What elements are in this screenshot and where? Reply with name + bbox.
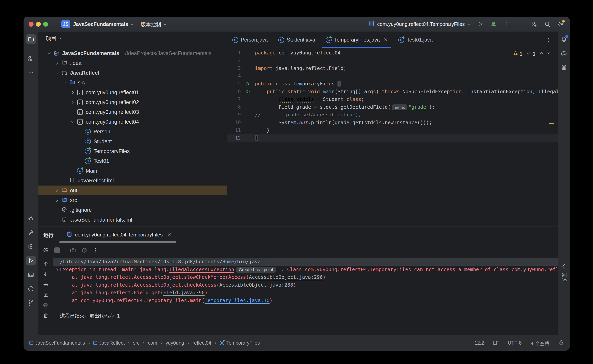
camera-icon[interactable] xyxy=(69,247,76,254)
editor-tab-test01-java[interactable]: CTest01.java xyxy=(393,32,438,48)
services-icon[interactable] xyxy=(26,241,36,251)
minimize-button[interactable] xyxy=(36,22,41,27)
tree-item--gitignore[interactable]: .gitignore xyxy=(38,205,227,215)
terminal-icon[interactable] xyxy=(26,270,36,280)
breadcrumb-item-reflect04[interactable]: reflect04 xyxy=(192,340,211,346)
zoom-button[interactable] xyxy=(43,22,48,27)
code-line-11[interactable]: 11 } xyxy=(227,126,558,134)
code-line-9[interactable]: 9// grade.setAccessible(true); xyxy=(227,111,558,119)
tree-item-test01[interactable]: CTest01 xyxy=(38,156,227,166)
create-breakpoint-chip[interactable]: Create breakpoint xyxy=(236,267,276,273)
editor-tab-student-java[interactable]: CStudent.java xyxy=(273,32,320,48)
chevron-expanded-icon[interactable] xyxy=(69,120,76,124)
tree-item-com-yuy0ung-reflect04[interactable]: com.yuy0ung.reflect04 xyxy=(38,117,227,127)
clear-trash-icon[interactable] xyxy=(42,312,49,319)
chevron-collapsed-icon[interactable] xyxy=(53,188,60,193)
down-arrow-icon[interactable] xyxy=(42,271,49,278)
search-icon[interactable] xyxy=(543,20,552,29)
stack-trace-link[interactable]: TemporaryFiles.java:10 xyxy=(205,298,270,303)
settings-gear-icon[interactable] xyxy=(556,20,565,29)
code-line-8[interactable]: 8 Field grade = stdcls.getDeclaredField(… xyxy=(227,103,558,111)
fold-arrow-icon[interactable] xyxy=(55,266,60,274)
status-indent-style[interactable]: 4 个空格 xyxy=(531,339,549,347)
tree-item-temporaryfiles[interactable]: CTemporaryFiles xyxy=(38,146,227,156)
tree-item-main[interactable]: CMain xyxy=(38,166,227,176)
chevron-collapsed-icon[interactable] xyxy=(53,198,60,202)
code-line-12[interactable]: 12} xyxy=(227,134,558,142)
code-line-4[interactable]: 4 xyxy=(227,72,558,80)
printer-icon[interactable] xyxy=(42,302,49,309)
editor-tab-person-java[interactable]: CPerson.java xyxy=(227,32,273,48)
folder-icon[interactable] xyxy=(26,34,36,44)
code-line-7[interactable]: 7 Class stdcls = Student.class; xyxy=(227,95,558,103)
code-editor[interactable]: 1 1 1package com.yuy0ung.reflect04;23imp… xyxy=(227,48,558,226)
run-line-icon[interactable] xyxy=(241,81,255,86)
tree-item-javasecfundamentals[interactable]: JavaSecFundamentals~/IdeaProjects/JavaSe… xyxy=(38,48,227,58)
run-icon[interactable] xyxy=(26,256,36,266)
code-line-2[interactable]: 2 xyxy=(227,57,558,65)
status-caret-position[interactable]: 12:2 xyxy=(474,340,484,346)
database-icon[interactable] xyxy=(559,63,569,72)
tree-item-com-yuy0ung-reflect02[interactable]: com.yuy0ung.reflect02 xyxy=(38,97,227,107)
chevron-expanded-icon[interactable] xyxy=(53,71,60,75)
tool-window-stripe-label[interactable]: 翻译 xyxy=(560,273,567,284)
git-branch-icon[interactable] xyxy=(26,298,36,308)
tree-item-javasecfundamentals-iml[interactable]: JavaSecFundamentals.iml xyxy=(38,215,227,225)
breadcrumb-item-javasecfundamentals[interactable]: JavaSecFundamentals xyxy=(29,340,85,346)
up-arrow-icon[interactable] xyxy=(42,260,49,267)
chevron-collapsed-icon[interactable] xyxy=(69,90,76,95)
profiler-gauge-icon[interactable] xyxy=(81,247,88,254)
unlocked-icon[interactable] xyxy=(559,340,564,346)
ai-icon[interactable]: @ xyxy=(559,48,569,58)
status-line-separator[interactable]: LF xyxy=(493,340,499,346)
status-file-encoding[interactable]: UTF-8 xyxy=(508,340,522,346)
chevron-expanded-icon[interactable] xyxy=(61,80,68,85)
close-icon[interactable]: ✕ xyxy=(384,37,388,43)
vcs-widget[interactable]: 版本控制 xyxy=(137,19,170,29)
debug-bug-icon[interactable] xyxy=(489,20,498,29)
run-tab[interactable]: com.yuy0ung.reflect04.TemporaryFiles ✕ xyxy=(67,231,171,238)
code-line-1[interactable]: 1package com.yuy0ung.reflect04; xyxy=(227,49,558,57)
chevron-collapsed-icon[interactable] xyxy=(69,100,76,104)
project-panel-header[interactable]: 项目 xyxy=(38,32,227,44)
problems-icon[interactable] xyxy=(26,284,36,294)
scroll-to-end-icon[interactable] xyxy=(42,291,49,298)
stack-trace-link[interactable]: AccessibleObject.java:288 xyxy=(220,282,293,288)
bell-icon[interactable] xyxy=(559,34,569,44)
tree-item-student[interactable]: CStudent xyxy=(38,136,227,146)
code-line-3[interactable]: 3import java.lang.reflect.Field; xyxy=(227,65,558,72)
code-line-6[interactable]: 6 public static void main(String[] args)… xyxy=(227,88,558,96)
tree-item-javareflect-iml[interactable]: JavaReflect.iml xyxy=(38,176,227,186)
chevron-collapsed-icon[interactable] xyxy=(53,61,60,65)
tree-item-com-yuy0ung-reflect03[interactable]: com.yuy0ung.reflect03 xyxy=(38,107,227,117)
project-widget[interactable]: JavaSecFundamentals xyxy=(70,19,137,29)
kebab-menu-icon[interactable] xyxy=(92,247,99,254)
console-output[interactable]: /Library/Java/JavaVirtualMachines/jdk-1.… xyxy=(53,257,558,336)
tree-item--idea[interactable]: .idea xyxy=(38,58,227,68)
more-icon[interactable] xyxy=(26,68,36,78)
run-play-icon[interactable] xyxy=(476,20,485,29)
breadcrumb-item-yuy0ung[interactable]: yuy0ung xyxy=(166,340,184,346)
bug-icon[interactable] xyxy=(26,213,36,223)
run-tab-scrollbar[interactable] xyxy=(59,241,176,243)
chevron-collapsed-icon[interactable] xyxy=(69,110,76,114)
stack-trace-link[interactable]: AccessibleObject.java:296 xyxy=(249,274,323,280)
hammer-icon[interactable] xyxy=(26,228,36,237)
tree-item-person[interactable]: CPerson xyxy=(38,127,227,136)
stack-trace-link[interactable]: Field.java:390 xyxy=(163,290,205,295)
add-user-icon[interactable] xyxy=(529,20,539,29)
stack-trace-link[interactable]: IllegalAccessException xyxy=(169,267,234,272)
chevron-expanded-icon[interactable] xyxy=(46,51,53,55)
kebab-menu-icon[interactable] xyxy=(502,20,511,29)
breadcrumb-item-temporaryfiles[interactable]: CTemporaryFiles xyxy=(220,340,260,346)
breadcrumb-item-com[interactable]: com xyxy=(148,340,157,346)
chevron-left-icon[interactable] xyxy=(560,262,568,270)
tree-item-javareflect[interactable]: JavaReflect xyxy=(38,68,227,78)
code-line-5[interactable]: 5public class TemporaryFiles { xyxy=(227,80,558,88)
kebab-menu-icon[interactable] xyxy=(545,36,553,44)
stop-icon[interactable] xyxy=(53,247,60,254)
run-configuration-widget[interactable]: com.yuy0ung.reflect04.TemporaryFiles xyxy=(368,20,471,28)
tree-item-src[interactable]: src xyxy=(38,78,227,88)
run-line-icon[interactable] xyxy=(241,89,255,94)
close-button[interactable] xyxy=(29,22,33,27)
